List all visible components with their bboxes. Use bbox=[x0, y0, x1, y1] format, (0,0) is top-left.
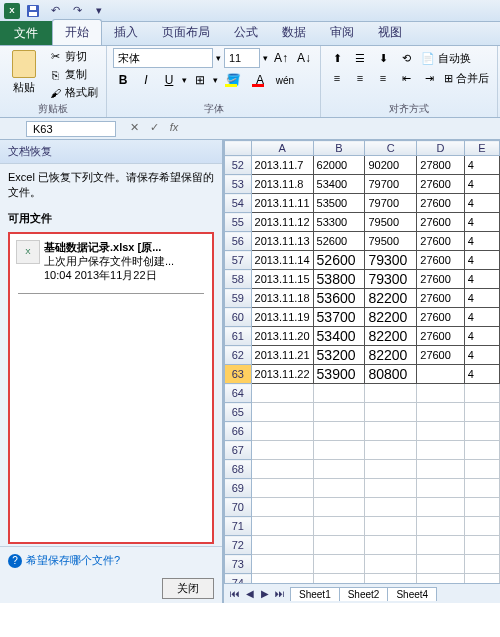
redo-icon[interactable]: ↷ bbox=[68, 2, 86, 20]
row-header[interactable]: 73 bbox=[225, 555, 252, 574]
cell[interactable]: 27600 bbox=[417, 194, 465, 213]
col-header[interactable]: E bbox=[464, 141, 499, 156]
cell[interactable]: 79500 bbox=[365, 232, 417, 251]
cell[interactable] bbox=[417, 403, 465, 422]
fill-color-button[interactable]: 🪣 bbox=[221, 70, 245, 90]
cell[interactable]: 52600 bbox=[313, 232, 365, 251]
tab-file[interactable]: 文件 bbox=[0, 21, 52, 45]
cell[interactable] bbox=[417, 441, 465, 460]
row-header[interactable]: 58 bbox=[225, 270, 252, 289]
cell[interactable]: 82200 bbox=[365, 308, 417, 327]
last-sheet-icon[interactable]: ⏭ bbox=[273, 588, 287, 599]
sheet-tab[interactable]: Sheet4 bbox=[387, 587, 437, 601]
cell[interactable]: 4 bbox=[464, 156, 499, 175]
cell[interactable] bbox=[251, 422, 313, 441]
cell[interactable]: 2013.11.21 bbox=[251, 346, 313, 365]
cell[interactable]: 2013.11.20 bbox=[251, 327, 313, 346]
format-painter-button[interactable]: 🖌格式刷 bbox=[46, 84, 100, 101]
cell[interactable] bbox=[365, 422, 417, 441]
dropdown-icon[interactable]: ▾ bbox=[263, 53, 268, 63]
close-button[interactable]: 关闭 bbox=[162, 578, 214, 599]
cell[interactable]: 27800 bbox=[417, 156, 465, 175]
cell[interactable]: 82200 bbox=[365, 289, 417, 308]
indent-decrease-icon[interactable]: ⇤ bbox=[396, 68, 416, 88]
cell[interactable]: 79300 bbox=[365, 270, 417, 289]
select-all[interactable] bbox=[225, 141, 252, 156]
cell[interactable]: 27600 bbox=[417, 213, 465, 232]
cell[interactable] bbox=[417, 517, 465, 536]
tab-review[interactable]: 审阅 bbox=[318, 20, 366, 45]
cell[interactable] bbox=[464, 441, 499, 460]
cell[interactable] bbox=[251, 403, 313, 422]
copy-button[interactable]: ⎘复制 bbox=[46, 66, 100, 83]
cell[interactable] bbox=[365, 498, 417, 517]
tab-formulas[interactable]: 公式 bbox=[222, 20, 270, 45]
cut-button[interactable]: ✂剪切 bbox=[46, 48, 100, 65]
sheet-tab[interactable]: Sheet1 bbox=[290, 587, 340, 601]
row-header[interactable]: 61 bbox=[225, 327, 252, 346]
save-icon[interactable] bbox=[24, 2, 42, 20]
increase-font-icon[interactable]: A↑ bbox=[271, 48, 291, 68]
align-middle-icon[interactable]: ☰ bbox=[350, 48, 370, 68]
phonetic-button[interactable]: wén bbox=[275, 70, 295, 90]
orientation-icon[interactable]: ⟲ bbox=[396, 48, 416, 68]
cell[interactable]: 2013.11.18 bbox=[251, 289, 313, 308]
cell[interactable] bbox=[313, 460, 365, 479]
undo-icon[interactable]: ↶ bbox=[46, 2, 64, 20]
row-header[interactable]: 72 bbox=[225, 536, 252, 555]
cell[interactable]: 79500 bbox=[365, 213, 417, 232]
cell[interactable] bbox=[464, 422, 499, 441]
row-header[interactable]: 53 bbox=[225, 175, 252, 194]
cell[interactable]: 79700 bbox=[365, 194, 417, 213]
cell[interactable] bbox=[464, 384, 499, 403]
cell[interactable] bbox=[313, 384, 365, 403]
cell[interactable]: 2013.11.14 bbox=[251, 251, 313, 270]
cell[interactable]: 2013.11.11 bbox=[251, 194, 313, 213]
decrease-font-icon[interactable]: A↓ bbox=[294, 48, 314, 68]
cell[interactable] bbox=[464, 536, 499, 555]
cell[interactable]: 4 bbox=[464, 251, 499, 270]
cell[interactable]: 2013.11.22 bbox=[251, 365, 313, 384]
cell[interactable] bbox=[251, 441, 313, 460]
cell[interactable] bbox=[464, 460, 499, 479]
cell[interactable]: 82200 bbox=[365, 346, 417, 365]
tab-insert[interactable]: 插入 bbox=[102, 20, 150, 45]
cell[interactable]: 80800 bbox=[365, 365, 417, 384]
cell[interactable] bbox=[365, 403, 417, 422]
cell[interactable]: 27600 bbox=[417, 308, 465, 327]
cell[interactable]: 4 bbox=[464, 327, 499, 346]
row-header[interactable]: 57 bbox=[225, 251, 252, 270]
cell[interactable]: 53500 bbox=[313, 194, 365, 213]
cell[interactable]: 4 bbox=[464, 308, 499, 327]
cell[interactable]: 62000 bbox=[313, 156, 365, 175]
name-box[interactable] bbox=[26, 121, 116, 137]
cell[interactable] bbox=[365, 441, 417, 460]
cell[interactable] bbox=[464, 479, 499, 498]
row-header[interactable]: 70 bbox=[225, 498, 252, 517]
paste-button[interactable]: 粘贴 bbox=[6, 48, 42, 101]
cell[interactable] bbox=[417, 574, 465, 584]
row-header[interactable]: 54 bbox=[225, 194, 252, 213]
cell[interactable]: 2013.11.8 bbox=[251, 175, 313, 194]
cell[interactable] bbox=[464, 517, 499, 536]
cell[interactable]: 4 bbox=[464, 213, 499, 232]
cell[interactable]: 27600 bbox=[417, 346, 465, 365]
cell[interactable]: 2013.11.7 bbox=[251, 156, 313, 175]
dropdown-icon[interactable]: ▾ bbox=[182, 75, 187, 85]
cell[interactable] bbox=[313, 517, 365, 536]
cell[interactable] bbox=[417, 555, 465, 574]
cell[interactable] bbox=[313, 555, 365, 574]
cell[interactable] bbox=[417, 479, 465, 498]
sheet-tab[interactable]: Sheet2 bbox=[339, 587, 389, 601]
cell[interactable]: 4 bbox=[464, 346, 499, 365]
grid[interactable]: ABCDE52 2013.11.7 62000 90200 27800 453 … bbox=[224, 140, 500, 583]
row-header[interactable]: 68 bbox=[225, 460, 252, 479]
cell[interactable]: 53400 bbox=[313, 175, 365, 194]
row-header[interactable]: 60 bbox=[225, 308, 252, 327]
cell[interactable] bbox=[313, 574, 365, 584]
cell[interactable] bbox=[365, 460, 417, 479]
cell[interactable] bbox=[464, 498, 499, 517]
cell[interactable] bbox=[464, 555, 499, 574]
align-bottom-icon[interactable]: ⬇ bbox=[373, 48, 393, 68]
cell[interactable] bbox=[251, 517, 313, 536]
